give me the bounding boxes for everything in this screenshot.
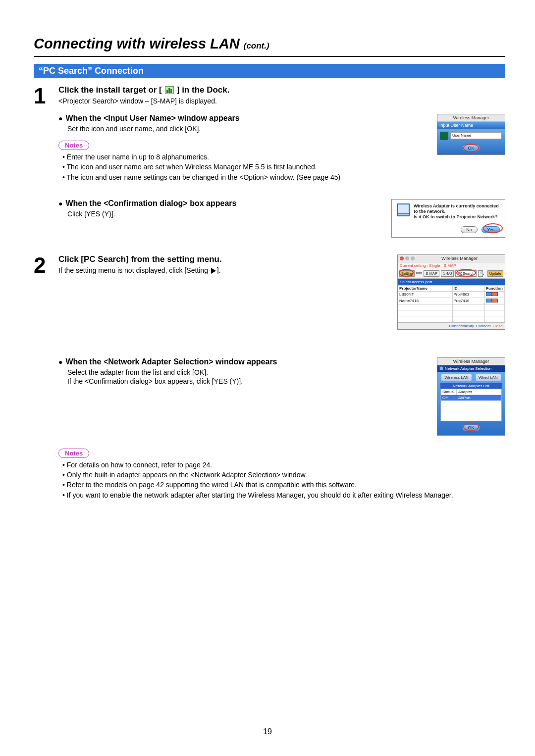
table-row (398, 316, 505, 322)
username-input[interactable]: UserName (450, 132, 502, 139)
network-adapter-selection-bar: Network Adapter Selection (437, 365, 505, 372)
fn-icon-a (486, 299, 492, 302)
highlight-circle-icon (483, 223, 503, 233)
input-user-name-text: Set the icon and user name, and click [O… (67, 125, 428, 133)
connectability-link[interactable]: Connectability (449, 324, 474, 328)
mock-network-adapter-window: Wireless Manager Network Adapter Selecti… (437, 357, 505, 436)
step-1: 1 Click the install target or [ ] in the… (34, 85, 505, 238)
highlight-circle-icon (456, 269, 476, 277)
close-link[interactable]: Close (493, 324, 503, 328)
mock-input-user-name-window: Wireless Manager Input User Name UserNam… (437, 114, 505, 155)
notes-pill: Notes (58, 141, 89, 150)
mock1-titlebar: Wireless Manager (437, 114, 505, 122)
confirm-line1: Wireless Adapter is currently connected … (414, 203, 500, 215)
step-2-subtext: If the setting menu is not displayed, cl… (58, 266, 388, 274)
dock-icon (165, 86, 174, 94)
user-icon (440, 132, 448, 140)
highlight-circle-icon (463, 144, 479, 152)
list-item: If you want to enable the network adapte… (62, 490, 505, 500)
step-1-head-before: Click the install target or [ (58, 85, 162, 95)
step-2-number: 2 (34, 254, 52, 500)
title-cont: (cont.) (244, 41, 269, 51)
square-icon (439, 366, 443, 370)
step-2-sub-before: If the setting menu is not displayed, cl… (58, 266, 210, 274)
cell-id: Proj4863 (452, 291, 485, 298)
col-function: Function (485, 285, 505, 291)
step-2: 2 Click [PC Search] from the setting men… (34, 254, 505, 500)
step-2-heading: Click [PC Search] from the setting menu. (58, 254, 388, 264)
no-button[interactable]: No (461, 226, 478, 233)
list-item: The icon and user name settings can be c… (62, 172, 428, 182)
step-1-section-input-user-name: ● When the <Input User Name> window appe… (58, 114, 505, 182)
fn-icon-b (492, 292, 498, 296)
mock-confirmation-dialog: Wireless Adapter is currently connected … (391, 199, 505, 238)
input-user-name-head-text: When the <Input User Name> window appear… (65, 114, 239, 123)
play-triangle-icon (211, 268, 216, 274)
col-status: Status (441, 389, 457, 395)
tab-smap[interactable]: S-MAP (424, 270, 439, 277)
projector-table: ProjectorName ID Function LB80NT Proj486… (398, 285, 505, 322)
min-traffic-icon[interactable] (405, 256, 409, 260)
search-small-icon[interactable]: 🔍 (478, 270, 483, 277)
confirmation-text: Click [YES (Y)]. (67, 210, 382, 218)
section-banner: “PC Search” Connection (34, 64, 505, 78)
step-1-subtext: <Projector Search> window – [S-MAP] is d… (58, 97, 505, 105)
confirm-line2: Is it OK to switch to Projector Network? (414, 214, 500, 220)
current-setting-status: Current setting : Single - S-MAP (398, 262, 505, 269)
bullet-icon: ● (58, 358, 62, 366)
step-1-heading: Click the install target or [ ] in the D… (58, 85, 505, 95)
blue-square-icon (416, 272, 422, 274)
highlight-circle-icon (399, 269, 414, 277)
mock3-titlebar: Wireless Manager (398, 255, 505, 262)
cell-fn (485, 291, 505, 298)
table-row[interactable]: LB80NT Proj4863 (398, 291, 505, 298)
list-item: For details on how to connect, refer to … (62, 460, 505, 470)
tab-1-4-u[interactable]: 1-4/U (441, 270, 454, 277)
step-2-notes-list: For details on how to connect, refer to … (60, 460, 505, 500)
cell-status: Off (441, 395, 457, 401)
col-id: ID (452, 285, 485, 291)
input-user-name-heading: ● When the <Input User Name> window appe… (58, 114, 428, 123)
title-rule (34, 56, 505, 57)
cell-fn (485, 298, 505, 304)
network-adapter-text2: If the <Confirmation dialog> box appears… (67, 377, 428, 385)
list-item[interactable]: Off AirPort (441, 395, 501, 401)
table-row (398, 310, 505, 316)
table-row[interactable]: Name7416 Proj7416 (398, 298, 505, 304)
dark-label: Network Adapter Selection (445, 366, 491, 371)
step-1-number: 1 (34, 85, 52, 238)
mock4-titlebar: Wireless Manager (437, 358, 505, 365)
zoom-traffic-icon[interactable] (411, 256, 415, 260)
fn-icon-b (492, 299, 498, 302)
close-traffic-icon[interactable] (400, 256, 404, 260)
mock3-title: Wireless Manager (416, 256, 503, 261)
update-button[interactable]: Update (487, 270, 503, 277)
select-access-port-header: Select access port (398, 279, 505, 285)
step-2-section-network-adapter: ● When the <Network Adapter Selection> w… (58, 357, 505, 436)
col-adapter: Adapter (457, 389, 501, 395)
network-adapter-text1: Select the adapter from the list and cli… (67, 368, 428, 376)
bullet-icon: ● (58, 114, 62, 122)
cell-name: LB80NT (398, 291, 453, 298)
cell-id: Proj7416 (452, 298, 485, 304)
page-number: 19 (0, 727, 535, 736)
adapter-list: Status Adapter Off AirPort (440, 389, 502, 421)
confirmation-heading: ● When the <Confirmation dialog> box app… (58, 199, 382, 208)
notes-pill: Notes (58, 449, 89, 458)
tab-wireless-lan[interactable]: Wireless LAN (441, 374, 472, 381)
table-row (398, 304, 505, 310)
adapter-list-header: Network Adapter List (440, 383, 502, 389)
fn-icon-a (486, 292, 492, 296)
list-item: Enter the user name in up to 8 alphanume… (62, 152, 428, 162)
mock-wireless-manager-window: Wireless Manager Current setting : Singl… (397, 254, 505, 330)
title-main: Connecting with wireless LAN (34, 36, 240, 52)
list-item: Only the built-in adapter appears on the… (62, 470, 505, 480)
step-1-notes-list: Enter the user name in up to 8 alphanume… (60, 152, 428, 182)
network-adapter-head-text: When the <Network Adapter Selection> win… (65, 357, 277, 366)
col-projector-name: ProjectorName (398, 285, 453, 291)
mock1-header: Input User Name (437, 122, 505, 129)
tab-wired-lan[interactable]: Wired LAN (475, 374, 501, 381)
cell-adapter: AirPort (457, 395, 501, 401)
step-1-section-confirmation: ● When the <Confirmation dialog> box app… (58, 199, 505, 238)
connect-link[interactable]: Connect (476, 324, 491, 328)
